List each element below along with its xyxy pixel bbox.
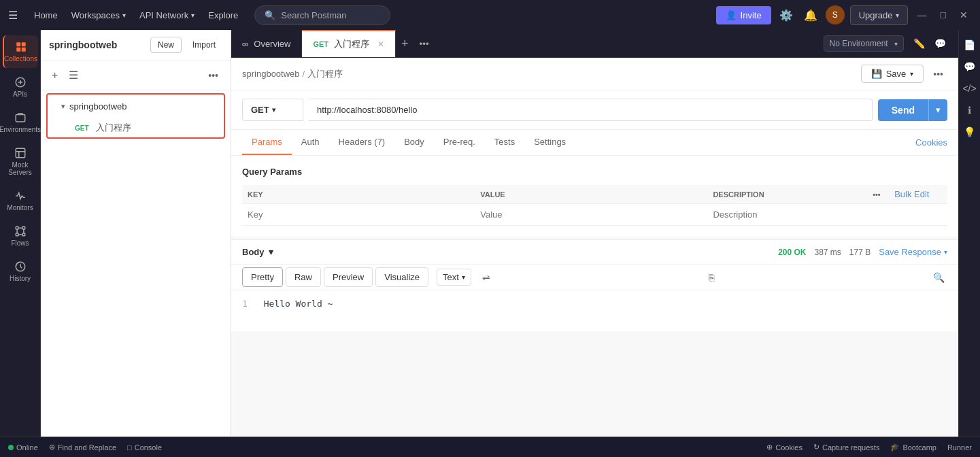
req-tab-auth[interactable]: Auth (292, 130, 329, 155)
right-lightbulb-button[interactable]: 💡 (960, 122, 979, 141)
minimize-button[interactable]: — (913, 8, 931, 22)
request-item-intro[interactable]: GET 入门程序 (48, 118, 224, 137)
console-icon: □ (127, 443, 132, 452)
tabs-bar: ∞ Overview GET 入门程序 ✕ + ••• No Environme… (231, 30, 958, 58)
save-response-button[interactable]: Save Response ▾ (879, 247, 947, 257)
sidebar-item-history[interactable]: History (3, 255, 38, 288)
resp-tab-pretty[interactable]: Pretty (242, 267, 283, 287)
sidebar-item-environments[interactable]: Environments (3, 106, 38, 139)
sidebar-item-monitors[interactable]: Monitors (3, 184, 38, 217)
maximize-button[interactable]: □ (936, 8, 950, 22)
close-button[interactable]: ✕ (956, 8, 972, 22)
sidebar-mock-label: Mock Servers (5, 161, 35, 176)
statusbar-item-runner[interactable]: Runner (947, 443, 972, 452)
value-input[interactable] (480, 209, 702, 220)
right-sidebar: 📄 💬 </> ℹ 💡 (958, 30, 980, 437)
new-button[interactable]: New (150, 37, 182, 53)
right-code-button[interactable]: </> (958, 79, 980, 98)
sidebar-item-flows[interactable]: Flows (3, 220, 38, 252)
resp-tab-preview[interactable]: Preview (324, 267, 373, 287)
response-status: 200 OK 387 ms 177 B Save Response ▾ (778, 247, 947, 257)
cookies-link[interactable]: Cookies (915, 137, 947, 148)
key-input[interactable] (248, 209, 469, 220)
notifications-button[interactable]: 🔔 (801, 6, 820, 24)
right-comment-button[interactable]: 💬 (960, 57, 979, 76)
online-dot (8, 445, 14, 450)
sidebar-apis-label: APIs (13, 90, 27, 98)
req-tab-prereq[interactable]: Pre-req. (434, 130, 485, 155)
sidebar-item-mock-servers[interactable]: Mock Servers (3, 141, 38, 182)
req-tab-params[interactable]: Params (242, 130, 292, 155)
tab-method: GET (313, 40, 328, 48)
overview-icon: ∞ (242, 39, 248, 49)
desc-input[interactable] (713, 209, 862, 220)
expand-icon: ▾ (61, 102, 65, 111)
key-cell[interactable] (242, 204, 475, 226)
nav-home[interactable]: Home (29, 7, 63, 23)
statusbar-item-cookies[interactable]: ⊕ Cookies (766, 443, 802, 452)
col-more: ••• (867, 185, 889, 204)
statusbar-item-bootcamp[interactable]: 🎓 Bootcamp (890, 443, 936, 452)
comment-icon-btn[interactable]: 💬 (930, 35, 950, 52)
statusbar-item-status[interactable]: Online (8, 443, 38, 452)
url-input[interactable] (309, 99, 873, 121)
panel-more-button[interactable]: ••• (204, 69, 222, 82)
send-button[interactable]: Send (878, 99, 928, 121)
nav-api-network[interactable]: API Network ▾ (134, 7, 200, 23)
method-select[interactable]: GET ▾ (242, 99, 303, 121)
breadcrumb-workspace: springbootweb (242, 69, 300, 79)
statusbar-item-capture[interactable]: ↻ Capture requests (813, 443, 879, 452)
format-select[interactable]: Text ▾ (437, 269, 471, 286)
main-nav: Home Workspaces ▾ API Network ▾ Explore (29, 7, 243, 23)
response-content: Hello World ~ (264, 299, 333, 309)
sidebar-item-collections[interactable]: Collections (3, 35, 38, 68)
resp-tab-visualize[interactable]: Visualize (375, 267, 428, 287)
tab-overview[interactable]: ∞ Overview (231, 30, 302, 57)
menu-icon[interactable]: ☰ (8, 9, 18, 22)
tab-close-icon[interactable]: ✕ (377, 39, 384, 49)
save-button[interactable]: 💾 Save ▾ (861, 65, 924, 83)
statusbar-right: ⊕ Cookies ↻ Capture requests 🎓 Bootcamp … (766, 443, 972, 452)
edit-icon-btn[interactable]: ✏️ (909, 35, 929, 52)
tab-active-request[interactable]: GET 入门程序 ✕ (302, 30, 396, 57)
req-tab-settings[interactable]: Settings (524, 130, 575, 155)
tab-more-button[interactable]: ••• (414, 39, 435, 49)
sidebar-item-apis[interactable]: APIs (3, 71, 38, 103)
svg-rect-2 (16, 48, 20, 52)
bulk-edit-button[interactable]: Bulk Edit (894, 189, 929, 199)
add-collection-button[interactable]: + (49, 68, 61, 83)
sort-button[interactable]: ☰ (66, 67, 81, 83)
query-params-title: Query Params (242, 167, 947, 177)
statusbar-item-find-replace[interactable]: ⊕ Find and Replace (49, 443, 116, 452)
req-tab-tests[interactable]: Tests (485, 130, 524, 155)
mock-servers-icon (14, 147, 27, 159)
copy-button[interactable]: ⎘ (706, 269, 717, 286)
resp-tab-raw[interactable]: Raw (286, 267, 321, 287)
search-response-button[interactable]: 🔍 (930, 269, 947, 286)
collection-item-springbootweb[interactable]: ▾ springbootweb (48, 95, 224, 118)
req-tab-headers[interactable]: Headers (7) (329, 130, 395, 155)
window-controls: — □ ✕ (913, 8, 972, 22)
tabs-right: No Environment ▾ ✏️ 💬 (815, 35, 958, 52)
send-dropdown-button[interactable]: ▾ (928, 99, 947, 121)
filter-button[interactable]: ⇌ (479, 269, 493, 286)
desc-cell[interactable] (707, 204, 867, 226)
nav-explore[interactable]: Explore (203, 7, 243, 23)
search-bar[interactable]: 🔍 Search Postman (254, 5, 390, 25)
collections-icon (15, 41, 27, 53)
settings-button[interactable]: ⚙️ (777, 6, 796, 24)
invite-button[interactable]: 👤 Invite (716, 6, 771, 24)
req-tab-body[interactable]: Body (394, 130, 434, 155)
response-expand-icon[interactable]: ▾ (269, 247, 273, 257)
environment-select[interactable]: No Environment ▾ (824, 35, 904, 52)
nav-workspaces[interactable]: Workspaces ▾ (66, 7, 131, 23)
request-more-button[interactable]: ••• (929, 67, 947, 81)
value-cell[interactable] (475, 204, 707, 226)
statusbar-item-console[interactable]: □ Console (127, 443, 162, 452)
right-doc-button[interactable]: 📄 (960, 35, 979, 54)
right-info-button[interactable]: ℹ (964, 101, 975, 120)
upgrade-button[interactable]: Upgrade ▾ (850, 5, 908, 25)
import-button[interactable]: Import (186, 37, 222, 53)
flows-icon (14, 225, 27, 237)
tab-add-button[interactable]: + (396, 37, 414, 51)
